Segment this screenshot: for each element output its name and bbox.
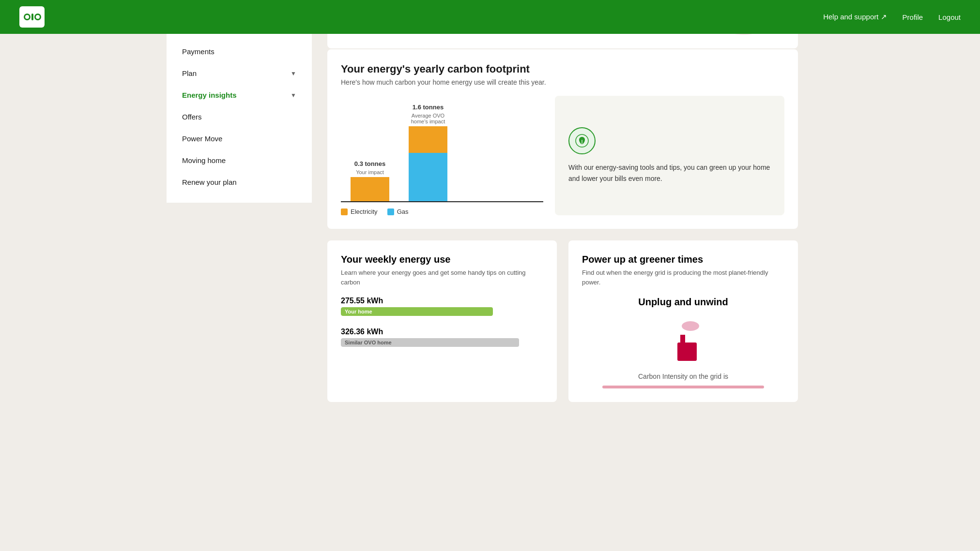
svg-point-11 (682, 321, 699, 331)
carbon-footprint-card: Your energy's yearly carbon footprint He… (327, 49, 798, 229)
sidebar-item-power-move[interactable]: Power Move (167, 128, 312, 149)
main-content: Energy insights Free insights and simple… (312, 0, 813, 417)
weekly-energy-card: Your weekly energy use Learn where your … (327, 240, 557, 402)
power-up-card: Power up at greener times Find out when … (568, 240, 798, 402)
legend: Electricity Gas (341, 208, 543, 215)
sidebar-item-plan[interactable]: Plan ▼ (167, 62, 312, 84)
status-bar-pink (602, 386, 764, 388)
header-nav: Help and support ↗ Profile Logout (823, 13, 961, 21)
sidebar-item-moving-home[interactable]: Moving home (167, 149, 312, 171)
svg-point-2 (25, 15, 29, 19)
leaf-svg (575, 134, 589, 148)
weekly-title: Your weekly energy use (341, 254, 543, 265)
your-home-bar-track: Your home (341, 307, 543, 316)
similar-home-bar-fill: Similar OVO home (341, 338, 519, 347)
unplug-factory-icon (659, 317, 707, 366)
sidebar-item-energy-insights[interactable]: Energy insights ▼ (167, 84, 312, 106)
svg-rect-12 (677, 343, 697, 361)
carbon-content: 0.3 tonnes Your impact 1.6 tonnes Averag… (341, 96, 784, 215)
avg-blue-segment (409, 153, 447, 201)
svg-rect-3 (31, 14, 33, 20)
carbon-section-title: Your energy's yearly carbon footprint (341, 63, 784, 75)
average-bar-group: 1.6 tonnes Average OVO home's impact (409, 104, 447, 201)
your-impact-value: 0.3 tonnes (354, 160, 385, 167)
unplug-content: Unplug and unwind Carbon Intensity on th… (582, 297, 784, 388)
your-orange-segment (351, 177, 389, 201)
average-sub: Average OVO home's impact (409, 113, 447, 124)
logo (19, 6, 45, 28)
your-impact-sub: Your impact (356, 169, 384, 175)
power-up-subtitle: Find out when the energy grid is produci… (582, 268, 784, 287)
legend-gas: Gas (387, 208, 409, 215)
your-home-kwh: 275.55 kWh (341, 297, 543, 305)
chart-area: 0.3 tonnes Your impact 1.6 tonnes Averag… (341, 96, 543, 215)
legend-electricity: Electricity (341, 208, 378, 215)
electricity-dot (341, 208, 348, 215)
sidebar-item-payments[interactable]: Payments (167, 41, 312, 62)
green-tip-text: With our energy-saving tools and tips, y… (568, 162, 771, 184)
help-support-link[interactable]: Help and support ↗ (823, 13, 887, 21)
power-up-title: Power up at greener times (582, 254, 784, 265)
svg-point-5 (36, 15, 40, 19)
your-impact-stacked-bar (351, 177, 389, 201)
profile-link[interactable]: Profile (903, 13, 923, 21)
similar-home-kwh: 326.36 kWh (341, 328, 543, 336)
chevron-down-icon: ▼ (291, 92, 296, 99)
average-stacked-bar (409, 126, 447, 201)
your-home-bar-fill: Your home (341, 307, 493, 316)
weekly-subtitle: Learn where your energy goes and get som… (341, 268, 543, 287)
two-col-section: Your weekly energy use Learn where your … (327, 240, 798, 402)
logout-link[interactable]: Logout (938, 13, 961, 21)
carbon-section-subtitle: Here's how much carbon your home energy … (341, 78, 784, 86)
your-home-usage: 275.55 kWh Your home (341, 297, 543, 316)
similar-home-usage: 326.36 kWh Similar OVO home (341, 328, 543, 347)
gas-dot (387, 208, 394, 215)
sidebar-item-renew-your-plan[interactable]: Renew your plan (167, 171, 312, 193)
green-leaf-icon (568, 127, 596, 154)
bars-container: 0.3 tonnes Your impact 1.6 tonnes Averag… (341, 96, 543, 202)
green-tip-area: With our energy-saving tools and tips, y… (555, 96, 784, 215)
avg-orange-segment (409, 126, 447, 153)
chevron-down-icon: ▼ (291, 70, 296, 77)
logo-box (19, 6, 45, 28)
unplug-title: Unplug and unwind (582, 297, 784, 308)
header: Help and support ↗ Profile Logout (0, 0, 980, 34)
svg-rect-13 (680, 335, 685, 343)
your-impact-bar-group: 0.3 tonnes Your impact (351, 160, 389, 201)
carbon-intensity-text: Carbon Intensity on the grid is (582, 372, 784, 382)
similar-home-bar-track: Similar OVO home (341, 338, 543, 347)
average-value: 1.6 tonnes (413, 104, 444, 111)
sidebar-item-offers[interactable]: Offers (167, 106, 312, 128)
